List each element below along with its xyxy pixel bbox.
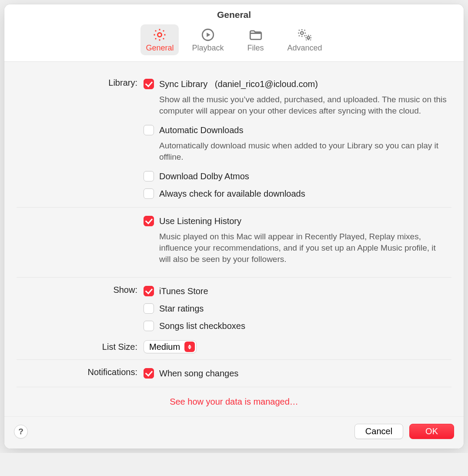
svg-point-2 bbox=[301, 32, 304, 35]
gear-icon bbox=[152, 27, 167, 43]
automatic-downloads-desc: Automatically download music when added … bbox=[159, 140, 447, 163]
songs-list-checkboxes-checkbox[interactable] bbox=[144, 321, 154, 331]
download-dolby-label: Download Dolby Atmos bbox=[159, 170, 249, 182]
star-ratings-checkbox[interactable] bbox=[144, 303, 154, 314]
tab-advanced[interactable]: Advanced bbox=[282, 24, 328, 55]
sync-library-label: Sync Library bbox=[159, 79, 207, 89]
check-downloads-checkbox[interactable] bbox=[144, 188, 154, 199]
song-changes-checkbox[interactable] bbox=[144, 368, 154, 379]
sync-library-account: (daniel_rico1@icloud.com) bbox=[215, 79, 318, 89]
data-managed-link[interactable]: See how your data is managed… bbox=[170, 397, 298, 406]
songs-list-checkboxes-label: Songs list checkboxes bbox=[159, 320, 245, 332]
itunes-store-label: iTunes Store bbox=[159, 285, 208, 297]
song-changes-label: When song changes bbox=[159, 367, 238, 379]
tab-files[interactable]: Files bbox=[237, 24, 274, 55]
show-label: Show: bbox=[17, 284, 144, 296]
toolbar: General Playback Files bbox=[4, 23, 464, 62]
tab-label: General bbox=[146, 44, 174, 53]
listening-history-label: Use Listening History bbox=[159, 215, 241, 227]
folder-icon bbox=[248, 27, 263, 43]
tab-label: Advanced bbox=[287, 44, 322, 53]
list-size-label: List Size: bbox=[17, 341, 144, 353]
tab-label: Playback bbox=[192, 44, 224, 53]
svg-point-0 bbox=[158, 33, 162, 37]
sync-library-desc: Show all the music you’ve added, purchas… bbox=[159, 94, 447, 117]
svg-point-3 bbox=[307, 37, 309, 39]
library-label: Library: bbox=[17, 77, 144, 89]
help-button[interactable]: ? bbox=[14, 425, 28, 439]
window-title: General bbox=[4, 4, 464, 23]
footer: ? Cancel OK bbox=[4, 416, 464, 449]
automatic-downloads-checkbox[interactable] bbox=[144, 125, 154, 135]
listening-history-checkbox[interactable] bbox=[144, 216, 154, 226]
updown-icon bbox=[184, 342, 195, 352]
gears-icon bbox=[297, 27, 313, 43]
star-ratings-label: Star ratings bbox=[159, 302, 204, 315]
tab-label: Files bbox=[247, 44, 264, 53]
list-size-value: Medium bbox=[149, 342, 184, 352]
ok-button[interactable]: OK bbox=[409, 424, 454, 439]
download-dolby-checkbox[interactable] bbox=[144, 171, 154, 181]
list-size-select[interactable]: Medium bbox=[144, 340, 197, 353]
content-pane: Library: Sync Library (daniel_rico1@iclo… bbox=[4, 62, 464, 416]
automatic-downloads-label: Automatic Downloads bbox=[159, 124, 243, 136]
notifications-label: Notifications: bbox=[17, 366, 144, 378]
check-downloads-label: Always check for available downloads bbox=[159, 188, 305, 200]
tab-general[interactable]: General bbox=[140, 24, 179, 55]
itunes-store-checkbox[interactable] bbox=[144, 286, 154, 296]
play-circle-icon bbox=[201, 27, 215, 43]
sync-library-checkbox[interactable] bbox=[144, 79, 154, 89]
tab-playback[interactable]: Playback bbox=[187, 24, 229, 55]
listening-history-desc: Music played on this Mac will appear in … bbox=[159, 231, 447, 265]
preferences-window: General General Playback bbox=[4, 4, 464, 449]
cancel-button[interactable]: Cancel bbox=[354, 424, 403, 439]
